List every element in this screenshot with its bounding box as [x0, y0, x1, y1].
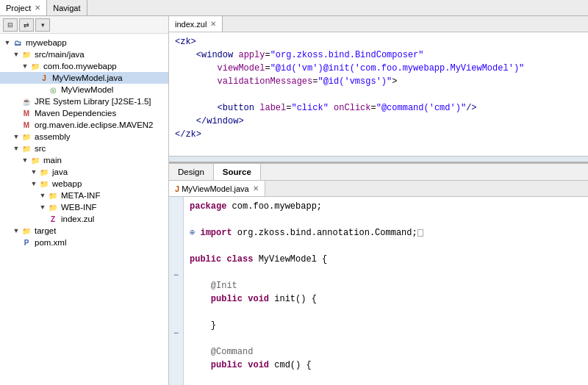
- myviewmodel-code[interactable]: package com.foo.mywebapp; ⊕ import org.z…: [184, 197, 588, 385]
- right-panel: index.zul ✕ <zk> <window apply="org.zkos…: [169, 16, 588, 385]
- tab-project-label: Project: [6, 4, 31, 12]
- zul-line-4: validationMessages="@id('vmsgs')">: [175, 75, 582, 88]
- tree-item-webapp[interactable]: ▼ 📁 webapp: [0, 178, 168, 190]
- tab-myviewmodeljava[interactable]: J MyViewModel.java ✕: [169, 181, 265, 196]
- java-file-icon: J: [38, 73, 50, 83]
- tree-item-orgmaven[interactable]: M org.maven.ide.eclipse.MAVEN2: [0, 119, 168, 131]
- tree-item-assembly[interactable]: ▼ 📁 assembly: [0, 131, 168, 143]
- tab-source[interactable]: Source: [214, 164, 261, 180]
- tree-item-target[interactable]: ▼ 📁 target: [0, 225, 168, 237]
- tree-item-maven[interactable]: M Maven Dependencies: [0, 107, 168, 119]
- gutter-mark-12: [175, 350, 177, 362]
- tree-item-webinf[interactable]: ▼ 📁 WEB-INF: [0, 201, 168, 213]
- gutter-mark-7: [175, 281, 177, 292]
- editor-top-tab-bar: index.zul ✕: [169, 16, 588, 32]
- tab-design[interactable]: Design: [169, 164, 214, 180]
- gutter-mark-11: [175, 339, 177, 350]
- tree-item-main[interactable]: ▼ 📁 main: [0, 154, 168, 166]
- tree-item-src[interactable]: ▼ 📁 src: [0, 143, 168, 154]
- gutter-mark-4: [175, 234, 177, 246]
- arrow-srcmainjava: ▼: [12, 51, 21, 58]
- tree-item-pomxml[interactable]: P pom.xml: [0, 237, 168, 248]
- folder-icon-srcmainjava: 📁: [21, 49, 32, 60]
- tree-label-metainf: META-INF: [61, 191, 168, 200]
- top-tab-bar: Project ✕ Navigat: [0, 0, 588, 16]
- arrow-main: ▼: [21, 156, 29, 164]
- maven-icon: M: [21, 108, 32, 118]
- link-editor-btn[interactable]: ⇄: [19, 18, 34, 32]
- tab-indexzul-close[interactable]: ✕: [210, 20, 216, 28]
- tree-item-indexzul[interactable]: Z index.zul: [0, 213, 168, 225]
- class-icon: ◎: [47, 84, 59, 95]
- scrollbar-hint[interactable]: [169, 156, 588, 162]
- tab-navigate[interactable]: Navigat: [47, 0, 87, 15]
- zul-line-7: </window>: [175, 115, 582, 128]
- folder-icon-metainf: 📁: [47, 190, 59, 201]
- tree-label-jre: JRE System Library [J2SE-1.5]: [35, 97, 168, 106]
- gutter-mark-2: [175, 212, 177, 223]
- tree-label-mywebapp: mywebapp: [26, 38, 168, 47]
- tree-label-assembly: assembly: [35, 132, 168, 141]
- tree-item-mywebapp[interactable]: ▼ 🗂 mywebapp: [0, 37, 168, 48]
- folder-icon-webapp: 📁: [38, 179, 50, 189]
- gutter-mark-14: [175, 373, 177, 385]
- tree-item-metainf[interactable]: ▼ 📁 META-INF: [0, 190, 168, 201]
- menu-btn[interactable]: ▾: [35, 18, 50, 32]
- design-source-tabs: Design Source: [169, 163, 588, 181]
- arrow-jre: [12, 98, 21, 105]
- indexzul-editor[interactable]: <zk> <window apply="org.zkoss.bind.BindC…: [169, 32, 588, 156]
- arrow-target: ▼: [12, 227, 21, 234]
- tab-indexzul[interactable]: index.zul ✕: [169, 16, 223, 32]
- pom-icon: P: [21, 237, 32, 248]
- gutter-mark-collapse-1[interactable]: −: [173, 270, 179, 281]
- myviewmodel-editor-area: − − package com.foo.mywebapp; ⊕ import o…: [169, 197, 588, 385]
- tree-label-myviewmodeljava: MyViewModel.java: [52, 73, 168, 82]
- java-line-6: [190, 266, 582, 279]
- java-line-5: public class MyViewModel {: [190, 253, 582, 266]
- zul-line-1: <zk>: [175, 35, 582, 48]
- tree-label-src: src: [35, 144, 168, 153]
- tree-item-srcmainjava[interactable]: ▼ 📁 src/main/java: [0, 48, 168, 60]
- folder-icon-src: 📁: [21, 143, 32, 154]
- arrow-src: ▼: [12, 145, 21, 152]
- tree-label-main: main: [43, 156, 168, 165]
- tab-project[interactable]: Project ✕: [0, 0, 47, 15]
- java-line-14: [190, 372, 582, 385]
- arrow-assembly: ▼: [12, 133, 21, 140]
- tab-source-label: Source: [223, 168, 251, 176]
- folder-icon-target: 📁: [21, 226, 32, 236]
- zul-line-5: [175, 88, 582, 101]
- java-line-1: package com.foo.mywebapp;: [190, 200, 582, 213]
- editor-bottom: J MyViewModel.java ✕ −: [169, 181, 588, 385]
- java-line-10: }: [190, 319, 582, 332]
- tree-item-myviewmodeljava[interactable]: J MyViewModel.java: [0, 72, 168, 84]
- gutter-mark-1: [175, 200, 177, 212]
- zul-icon: Z: [47, 214, 59, 224]
- tab-myviewmodeljava-icon: J: [175, 184, 179, 193]
- arrow-myviewmodel-class: [38, 86, 47, 93]
- tree-label-comfoo: com.foo.mywebapp: [43, 62, 168, 71]
- editor-bottom-tab-bar: J MyViewModel.java ✕: [169, 181, 588, 197]
- project-tree[interactable]: ▼ 🗂 mywebapp ▼ 📁 src/main/java ▼ 📁 com.f…: [0, 34, 168, 385]
- tree-item-java[interactable]: ▼ 📁 java: [0, 166, 168, 178]
- java-line-4: [190, 240, 582, 253]
- orgmaven-icon: M: [21, 120, 32, 130]
- tree-item-jre[interactable]: ☕ JRE System Library [J2SE-1.5]: [0, 96, 168, 107]
- tab-myviewmodeljava-label: MyViewModel.java: [182, 184, 249, 193]
- java-line-3: ⊕ import org.zkoss.bind.annotation.Comma…: [190, 226, 582, 240]
- folder-icon-assembly: 📁: [21, 132, 32, 142]
- zul-line-8: </zk>: [175, 128, 582, 141]
- tree-label-target: target: [35, 226, 168, 235]
- gutter-mark-collapse-2[interactable]: −: [173, 327, 179, 339]
- tree-label-webinf: WEB-INF: [61, 203, 168, 212]
- tree-label-srcmainjava: src/main/java: [35, 50, 168, 59]
- collapse-all-btn[interactable]: ⊟: [3, 18, 18, 32]
- arrow-pomxml: [12, 239, 21, 246]
- tree-label-java: java: [52, 168, 168, 176]
- tree-label-indexzul: index.zul: [61, 215, 168, 223]
- tab-myviewmodeljava-close[interactable]: ✕: [253, 184, 259, 192]
- tab-project-close[interactable]: ✕: [35, 4, 40, 12]
- tree-item-comfoo[interactable]: ▼ 📁 com.foo.mywebapp: [0, 60, 168, 72]
- tree-label-maven: Maven Dependencies: [35, 109, 168, 118]
- tree-item-myviewmodel-class[interactable]: ◎ MyViewModel: [0, 84, 168, 96]
